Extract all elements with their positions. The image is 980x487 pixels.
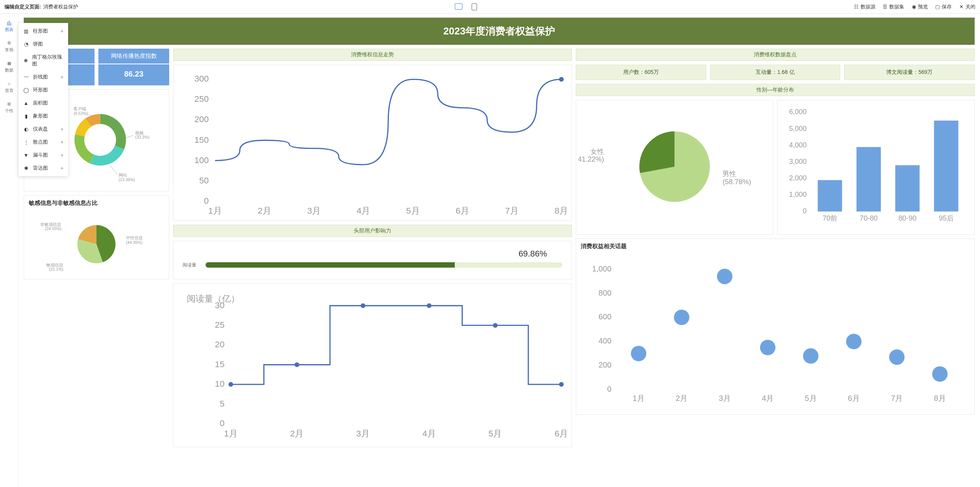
svg-text:5月: 5月 (805, 394, 817, 402)
svg-text:5: 5 (220, 399, 225, 408)
area-icon: ▲ (23, 100, 29, 106)
rail-common[interactable]: ⚙ 常用 (5, 39, 13, 53)
svg-text:1,000: 1,000 (592, 264, 612, 273)
svg-text:6月: 6月 (456, 206, 469, 216)
sensitive-panel: 敏感信息与非敏感信息占比 非敏感信息 (24.55%) 中性信息 (44.35 (24, 195, 169, 279)
svg-point-30 (559, 77, 564, 82)
svg-text:600: 600 (599, 312, 612, 321)
svg-point-47 (361, 303, 365, 308)
plus-icon: + (60, 139, 64, 145)
svg-text:800: 800 (599, 288, 612, 297)
dataset-button[interactable]: ☰ 数据集 (882, 3, 904, 10)
chart-type-radar[interactable]: ✱雷达图+ (18, 162, 68, 175)
plus-icon: + (60, 152, 64, 158)
rail-data[interactable]: ▦ 数据 (5, 60, 13, 73)
svg-text:0: 0 (220, 418, 225, 428)
save-button[interactable]: ▢ 保存 (935, 3, 952, 10)
grid-icon: ▦ (6, 60, 13, 67)
svg-text:4月: 4月 (357, 206, 371, 216)
page-name: 消费者权益保护 (43, 3, 78, 10)
svg-rect-66 (895, 165, 920, 212)
svg-text:150: 150 (194, 135, 209, 145)
svg-text:8月: 8月 (555, 206, 568, 216)
dashboard-canvas: 2023年度消费者权益保护 信息量 3万 网络传播热度指数 86.23 (18, 14, 980, 487)
review-stats: 用户数：605万 互动量：1.68 亿 博文阅读量：569万 (576, 65, 975, 80)
stat-label: 网络传播热度指数 (98, 49, 169, 64)
rose-icon: ❋ (23, 57, 28, 64)
svg-text:100: 100 (194, 155, 209, 165)
svg-text:(24.55%): (24.55%) (45, 227, 62, 231)
svg-text:80-90: 80-90 (898, 214, 916, 222)
progress-percent: 69.86% (183, 249, 562, 259)
pictorial-icon: ▮ (23, 113, 29, 119)
desktop-icon[interactable] (455, 3, 462, 10)
svg-point-46 (294, 362, 299, 367)
svg-text:6月: 6月 (848, 394, 860, 402)
svg-text:(23.36%): (23.36%) (119, 177, 135, 182)
save-icon: ▢ (935, 4, 940, 10)
radar-icon: ✱ (23, 165, 29, 171)
topics-scatter-chart: 02004006008001,0001月2月3月4月5月6月7月8月 (578, 256, 972, 411)
plus-icon: + (60, 28, 64, 34)
svg-text:7月: 7月 (505, 206, 519, 216)
chart-type-pie[interactable]: ◔饼图 (18, 38, 68, 51)
svg-text:2月: 2月 (676, 394, 688, 402)
dashboard-title: 2023年度消费者权益保护 (24, 18, 975, 45)
close-button[interactable]: ✕ 关闭 (959, 3, 975, 10)
chart-type-gauge[interactable]: ◐仪表盘+ (18, 123, 68, 136)
svg-text:敏感信息: 敏感信息 (46, 263, 63, 267)
svg-rect-64 (856, 147, 881, 211)
svg-point-49 (493, 323, 498, 327)
svg-text:中性信息: 中性信息 (126, 236, 143, 240)
svg-text:7月: 7月 (891, 394, 903, 402)
svg-text:(31.1%): (31.1%) (49, 267, 63, 272)
svg-point-90 (889, 349, 905, 364)
chart-type-donut[interactable]: ◯环形图 (18, 83, 68, 96)
sensitive-pie-chart: 非敏感信息 (24.55%) 中性信息 (44.35%) 敏感信息 (31.1%… (26, 213, 167, 276)
rail-custom[interactable]: ⊞ 个性 (5, 100, 13, 114)
rail-chart[interactable]: 图表 (5, 19, 13, 33)
gstat: 互动量：1.68 亿 (710, 65, 841, 80)
gender-age-header: 性别—年龄分布 (576, 84, 975, 96)
svg-point-50 (559, 382, 564, 386)
topuser-header: 头部用户影响力 (173, 225, 572, 237)
svg-text:(58.78%): (58.78%) (722, 178, 751, 186)
svg-text:3月: 3月 (719, 394, 730, 402)
svg-text:30: 30 (215, 300, 224, 310)
svg-text:0: 0 (803, 207, 807, 215)
chart-type-area[interactable]: ▲面积图 (18, 96, 68, 109)
tablet-icon[interactable] (472, 3, 477, 10)
svg-point-86 (717, 268, 732, 284)
svg-point-48 (427, 303, 431, 308)
progress-bar (206, 262, 562, 268)
svg-text:70-80: 70-80 (860, 214, 878, 222)
datasource-button[interactable]: ☷ 数据源 (854, 3, 875, 10)
svg-text:300: 300 (194, 74, 209, 83)
topics-title: 消费权益相关话题 (576, 239, 974, 254)
chart-type-bar[interactable]: ▥柱形图+ (18, 25, 68, 38)
svg-text:95后: 95后 (939, 214, 953, 222)
rail-home[interactable]: ⌂ 首页 (5, 80, 13, 93)
chart-type-pictorial[interactable]: ▮象形图 (18, 109, 68, 123)
pie-icon: ◔ (23, 41, 29, 47)
svg-text:2月: 2月 (258, 206, 271, 216)
svg-text:男性: 男性 (722, 170, 736, 178)
preview-button[interactable]: ◉ 预览 (911, 3, 928, 10)
svg-line-8 (109, 165, 118, 175)
list-icon: ☰ (882, 4, 888, 10)
chart-type-line[interactable]: 〰折线图+ (18, 70, 68, 83)
plus-icon: + (60, 126, 64, 132)
bar-icon: ▥ (23, 28, 29, 34)
review-header: 消费维权数据盘点 (576, 49, 975, 61)
svg-text:(9.53%): (9.53%) (74, 111, 88, 116)
svg-text:10: 10 (215, 379, 224, 389)
gender-panel: 女性 (41.22%) 男性 (58.78%) (576, 100, 773, 235)
age-bar-chart: 01,0002,0003,0004,0005,0006,00070前70-808… (780, 103, 972, 231)
svg-text:4月: 4月 (762, 394, 774, 402)
svg-text:6月: 6月 (555, 428, 568, 438)
chart-type-menu: ▥柱形图+◔饼图❋南丁格尔玫瑰图〰折线图+◯环形图▲面积图▮象形图◐仪表盘+⋮散… (18, 23, 68, 176)
chart-type-rose[interactable]: ❋南丁格尔玫瑰图 (18, 51, 68, 70)
left-rail: 图表 ⚙ 常用 ▦ 数据 ⌂ 首页 ⊞ 个性 (0, 14, 18, 487)
chart-type-scatter[interactable]: ⋮散点图+ (18, 136, 68, 149)
chart-type-funnel[interactable]: ▼漏斗图+ (18, 149, 68, 162)
